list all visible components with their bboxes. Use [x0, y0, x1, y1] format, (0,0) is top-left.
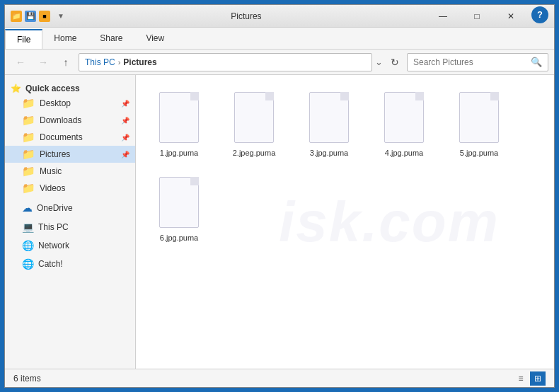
maximize-button[interactable]: □	[461, 6, 493, 26]
list-item[interactable]: 3.jpg.puma	[297, 86, 361, 160]
sidebar-item-network[interactable]: 🌐 Network	[5, 238, 135, 253]
file-icon-1	[156, 89, 202, 146]
explorer-window: 📁 💾 ■ ▼ Pictures — □ ✕ ? File Home Share…	[4, 4, 555, 388]
titlebar-icons: 📁 💾 ■	[11, 11, 50, 22]
file-icon-corner-3	[340, 92, 349, 100]
sidebar-item-pictures[interactable]: 📁 Pictures 📌	[5, 146, 135, 163]
sidebar-item-documents[interactable]: 📁 Documents 📌	[5, 129, 135, 146]
addressbar: ← → ↑ This PC › Pictures ⌄ ↻ 🔍	[5, 50, 554, 75]
sidebar-item-thispc[interactable]: 💻 This PC	[5, 219, 135, 235]
pin-icon-documents: 📌	[121, 134, 129, 142]
file-name-4: 4.jpg.puma	[385, 149, 423, 157]
tab-share[interactable]: Share	[88, 28, 134, 49]
back-button[interactable]: ←	[11, 53, 30, 71]
file-icon-6	[156, 174, 202, 231]
titlebar-title: Pictures	[66, 11, 427, 21]
minimize-button[interactable]: —	[427, 6, 459, 26]
pictures-folder-icon: 📁	[22, 148, 35, 161]
cloud-icon: ☁	[22, 202, 33, 214]
star-icon: ⭐	[11, 83, 21, 93]
file-name-5: 5.jpg.puma	[460, 149, 498, 157]
sidebar-item-network-label: Network	[38, 241, 69, 250]
help-button[interactable]: ?	[531, 6, 548, 23]
sidebar-section-network: 🌐 Network	[5, 238, 135, 253]
downloads-folder-icon: 📁	[22, 114, 35, 127]
titlebar-arrow: ▼	[57, 12, 64, 20]
sidebar-quickaccess-header[interactable]: ⭐ Quick access	[5, 81, 135, 95]
search-box[interactable]: 🔍	[407, 53, 548, 71]
sidebar-item-onedrive[interactable]: ☁ OneDrive	[5, 200, 135, 217]
titlebar: 📁 💾 ■ ▼ Pictures — □ ✕ ?	[5, 5, 554, 28]
file-name-3: 3.jpg.puma	[310, 149, 348, 157]
file-icon-corner-2	[265, 92, 274, 100]
videos-folder-icon: 📁	[22, 182, 35, 195]
sidebar-item-downloads-label: Downloads	[40, 115, 81, 125]
search-input[interactable]	[413, 57, 531, 67]
forward-button[interactable]: →	[33, 53, 53, 71]
file-area[interactable]: isk.com 1.jpg.puma 2.jpeg.puma	[136, 75, 554, 369]
search-icon: 🔍	[531, 57, 542, 67]
sidebar-quickaccess-label: Quick access	[25, 83, 80, 93]
file-name-1: 1.jpg.puma	[160, 149, 198, 157]
list-item[interactable]: 4.jpg.puma	[372, 86, 436, 160]
network-icon: 🌐	[22, 240, 34, 251]
file-icon-2	[231, 89, 277, 146]
file-name-6: 6.jpg.puma	[160, 234, 198, 242]
file-icon-corner-6	[190, 177, 199, 185]
sidebar-item-videos[interactable]: 📁 Videos	[5, 180, 135, 197]
titlebar-quick-icon: ■	[39, 11, 50, 22]
sidebar-section-onedrive: ☁ OneDrive	[5, 200, 135, 217]
path-separator-1: ›	[118, 58, 121, 67]
tab-file[interactable]: File	[5, 29, 42, 49]
file-grid: 1.jpg.puma 2.jpeg.puma 3.jpg.puma	[147, 86, 543, 245]
pin-icon-downloads: 📌	[121, 117, 129, 125]
sidebar-item-music[interactable]: 📁 Music	[5, 163, 135, 180]
list-item[interactable]: 1.jpg.puma	[147, 86, 211, 160]
sidebar-item-pictures-label: Pictures	[40, 149, 70, 159]
list-item[interactable]: 6.jpg.puma	[147, 171, 211, 245]
file-icon-3	[306, 89, 352, 146]
sidebar-item-thispc-label: This PC	[38, 222, 69, 232]
list-item[interactable]: 2.jpeg.puma	[222, 86, 286, 160]
titlebar-controls: — □ ✕ ?	[427, 6, 548, 26]
list-item[interactable]: 5.jpg.puma	[447, 86, 511, 160]
sidebar-section-catch: 🌐 Catch!	[5, 256, 135, 272]
pin-icon-desktop: 📌	[121, 100, 129, 108]
item-count: 6 items	[13, 374, 41, 384]
address-path[interactable]: This PC › Pictures	[79, 53, 372, 71]
sidebar-item-catch-label: Catch!	[38, 259, 63, 269]
sidebar-item-downloads[interactable]: 📁 Downloads 📌	[5, 112, 135, 129]
close-button[interactable]: ✕	[495, 6, 527, 26]
view-controls: ≡ ⊞	[513, 371, 546, 386]
titlebar-save-icon: 💾	[25, 11, 36, 22]
list-view-button[interactable]: ≡	[513, 371, 529, 386]
file-icon-corner-1	[190, 92, 199, 100]
path-item-thispc[interactable]: This PC	[85, 57, 115, 67]
file-icon-5	[456, 89, 502, 146]
pc-icon: 💻	[22, 221, 34, 233]
sidebar-item-documents-label: Documents	[40, 132, 83, 142]
titlebar-folder-icon: 📁	[11, 11, 22, 22]
file-icon-4	[381, 89, 427, 146]
address-chevron[interactable]: ⌄	[375, 57, 383, 67]
pin-icon-pictures: 📌	[121, 151, 129, 158]
sidebar-item-videos-label: Videos	[40, 183, 65, 193]
sidebar-item-desktop-label: Desktop	[40, 98, 71, 108]
path-item-pictures: Pictures	[123, 57, 156, 67]
sidebar: ⭐ Quick access 📁 Desktop 📌 📁 Downloads 📌…	[5, 75, 136, 369]
sidebar-item-desktop[interactable]: 📁 Desktop 📌	[5, 95, 135, 112]
ribbon-tabs: File Home Share View	[5, 28, 554, 49]
statusbar: 6 items ≡ ⊞	[5, 369, 554, 387]
tile-view-button[interactable]: ⊞	[530, 371, 546, 386]
tab-view[interactable]: View	[134, 28, 176, 49]
sidebar-item-music-label: Music	[40, 166, 62, 176]
file-icon-corner-5	[490, 92, 499, 100]
sidebar-item-onedrive-label: OneDrive	[37, 203, 73, 213]
documents-folder-icon: 📁	[22, 131, 35, 144]
sidebar-item-catch[interactable]: 🌐 Catch!	[5, 256, 135, 272]
tab-home[interactable]: Home	[42, 28, 88, 49]
file-name-2: 2.jpeg.puma	[233, 149, 276, 157]
sidebar-section-quickaccess: ⭐ Quick access 📁 Desktop 📌 📁 Downloads 📌…	[5, 81, 135, 197]
refresh-button[interactable]: ↻	[386, 53, 404, 71]
up-button[interactable]: ↑	[56, 53, 76, 71]
